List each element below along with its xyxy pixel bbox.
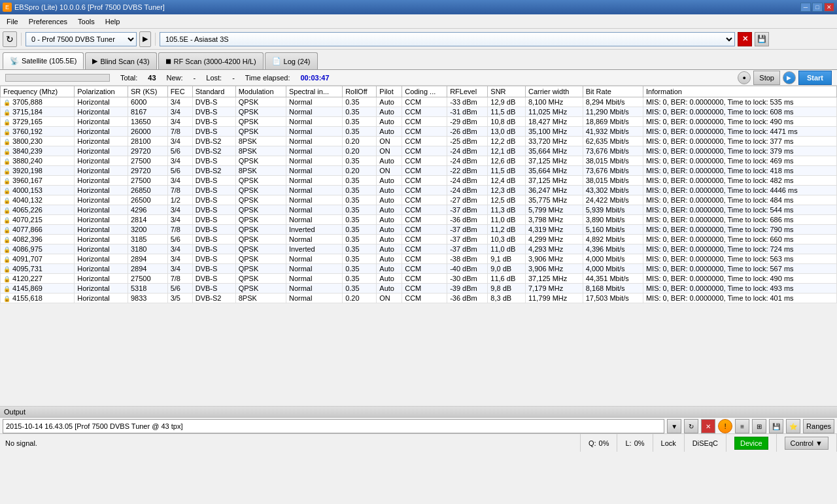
table-cell: Auto bbox=[377, 127, 402, 137]
table-cell: -39 dBm bbox=[447, 284, 488, 294]
stop-button[interactable]: Stop bbox=[753, 71, 780, 85]
table-row[interactable]: 🔒4065,226Horizontal42963/4DVB-SQPSKNorma… bbox=[1, 205, 837, 215]
table-row[interactable]: 🔒3715,184Horizontal81673/4DVB-SQPSKNorma… bbox=[1, 107, 837, 117]
ranges-button[interactable]: Ranges bbox=[803, 419, 834, 433]
output-save-button[interactable]: 💾 bbox=[769, 419, 783, 433]
column-header-standard[interactable]: Standard bbox=[192, 86, 235, 97]
table-cell: 9833 bbox=[128, 294, 167, 303]
column-header-rflevel[interactable]: RFLevel bbox=[447, 86, 488, 97]
output-refresh-button[interactable]: ↻ bbox=[684, 419, 698, 433]
table-cell: 12,1 dB bbox=[488, 146, 526, 156]
table-cell: DVB-S bbox=[192, 254, 235, 264]
output-star-button[interactable]: ⭐ bbox=[786, 419, 800, 433]
maximize-button[interactable]: □ bbox=[812, 3, 823, 12]
tab-rfscan[interactable]: ◼ RF Scan (3000-4200 H/L) bbox=[158, 52, 264, 69]
output-list-button[interactable]: ≡ bbox=[735, 419, 749, 433]
table-cell: -30 dBm bbox=[447, 274, 488, 284]
stop-circle-button[interactable]: ● bbox=[738, 71, 751, 84]
table-cell: 0.35 bbox=[343, 244, 377, 254]
table-cell: QPSK bbox=[235, 244, 286, 254]
table-cell: 0.35 bbox=[343, 284, 377, 294]
table-cell: 🔒4155,618 bbox=[1, 294, 75, 303]
table-row[interactable]: 🔒3920,198Horizontal297205/6DVB-S28PSKNor… bbox=[1, 166, 837, 176]
table-cell: 11,2 dB bbox=[488, 225, 526, 235]
device-segment[interactable]: Device bbox=[726, 434, 777, 452]
table-row[interactable]: 🔒4120,227Horizontal275007/8DVB-SQPSKNorm… bbox=[1, 274, 837, 284]
separator bbox=[21, 33, 22, 46]
column-header-spectralin[interactable]: Spectral in... bbox=[286, 86, 342, 97]
device-button[interactable]: Device bbox=[734, 437, 768, 450]
column-header-fec[interactable]: FEC bbox=[167, 86, 192, 97]
table-cell: 73,676 Mbit/s bbox=[583, 166, 643, 176]
output-dropdown-button[interactable]: ▼ bbox=[667, 419, 681, 433]
start-button[interactable]: Start bbox=[798, 71, 832, 85]
refresh-button[interactable]: ↻ bbox=[3, 31, 17, 47]
table-row[interactable]: 🔒4040,132Horizontal265001/2DVB-SQPSKNorm… bbox=[1, 195, 837, 205]
table-row[interactable]: 🔒3760,192Horizontal260007/8DVB-SQPSKNorm… bbox=[1, 127, 837, 137]
total-value: 43 bbox=[148, 74, 156, 82]
column-header-pilot[interactable]: Pilot bbox=[377, 86, 402, 97]
control-segment[interactable]: Control ▼ bbox=[777, 434, 837, 452]
table-cell: Horizontal bbox=[75, 107, 128, 117]
column-header-rolloff[interactable]: RollOff bbox=[343, 86, 377, 97]
menu-help[interactable]: Help bbox=[100, 16, 126, 27]
table-row[interactable]: 🔒4070,215Horizontal28143/4DVB-SQPSKNorma… bbox=[1, 215, 837, 225]
minimize-button[interactable]: ─ bbox=[800, 3, 811, 12]
table-row[interactable]: 🔒4077,866Horizontal32007/8DVB-SQPSKInver… bbox=[1, 225, 837, 235]
menu-tools[interactable]: Tools bbox=[73, 16, 100, 27]
column-header-snr[interactable]: SNR bbox=[488, 86, 526, 97]
column-header-carrierwidth[interactable]: Carrier width bbox=[525, 86, 583, 97]
table-cell: MIS: 0, BER: 0.0000000, Time to lock: 49… bbox=[643, 117, 836, 127]
window-controls[interactable]: ─ □ ✕ bbox=[800, 3, 834, 12]
column-header-srks[interactable]: SR (KS) bbox=[128, 86, 167, 97]
table-cell: QPSK bbox=[235, 117, 286, 127]
table-cell: MIS: 0, BER: 0.0000000, Time to lock: 49… bbox=[643, 274, 836, 284]
output-info-button[interactable]: ! bbox=[718, 419, 732, 433]
column-header-coding[interactable]: Coding ... bbox=[402, 86, 447, 97]
tab-satellite[interactable]: 📡 Satellite (105.5E) bbox=[3, 52, 84, 69]
menu-file[interactable]: File bbox=[1, 16, 24, 27]
tab-log[interactable]: 📄 Log (24) bbox=[265, 52, 318, 69]
output-clear-button[interactable]: ✕ bbox=[701, 419, 715, 433]
table-row[interactable]: 🔒4082,396Horizontal31855/6DVB-SQPSKNorma… bbox=[1, 235, 837, 244]
table-cell: DVB-S bbox=[192, 156, 235, 166]
table-cell: QPSK bbox=[235, 195, 286, 205]
column-header-modulation[interactable]: Modulation bbox=[235, 86, 286, 97]
table-row[interactable]: 🔒4095,731Horizontal28943/4DVB-SQPSKNorma… bbox=[1, 264, 837, 274]
control-button[interactable]: Control ▼ bbox=[785, 437, 828, 450]
close-button[interactable]: ✕ bbox=[824, 3, 834, 12]
table-cell: 5/6 bbox=[167, 284, 192, 294]
menu-preferences[interactable]: Preferences bbox=[24, 16, 73, 27]
table-cell: 12,9 dB bbox=[488, 97, 526, 107]
tune-button[interactable]: ▶ bbox=[139, 31, 151, 47]
table-row[interactable]: 🔒4155,618Horizontal98333/5DVB-S28PSKNorm… bbox=[1, 294, 837, 303]
start-circle-button[interactable]: ▶ bbox=[783, 71, 796, 84]
table-cell: 3,890 Mbit/s bbox=[583, 215, 643, 225]
table-cell: 11,5 dB bbox=[488, 166, 526, 176]
table-scroll[interactable]: Frequency (Mhz)PolarizationSR (KS)FECSta… bbox=[0, 86, 837, 393]
table-row[interactable]: 🔒3705,888Horizontal60003/4DVB-SQPSKNorma… bbox=[1, 97, 837, 107]
table-row[interactable]: 🔒4000,153Horizontal268507/8DVB-SQPSKNorm… bbox=[1, 186, 837, 195]
column-header-bitrate[interactable]: Bit Rate bbox=[583, 86, 643, 97]
table-cell: Horizontal bbox=[75, 195, 128, 205]
table-row[interactable]: 🔒3800,230Horizontal281003/4DVB-S28PSKNor… bbox=[1, 137, 837, 146]
device-select[interactable]: 0 - Prof 7500 DVBS Tuner bbox=[26, 32, 137, 46]
table-row[interactable]: 🔒3960,167Horizontal275003/4DVB-SQPSKNorm… bbox=[1, 176, 837, 186]
column-header-information[interactable]: Information bbox=[643, 86, 836, 97]
column-header-polarization[interactable]: Polarization bbox=[75, 86, 128, 97]
table-row[interactable]: 🔒4086,975Horizontal31803/4DVB-SQPSKInver… bbox=[1, 244, 837, 254]
table-row[interactable]: 🔒3729,165Horizontal136503/4DVB-SQPSKNorm… bbox=[1, 117, 837, 127]
clear-button[interactable]: ✕ bbox=[738, 32, 752, 46]
satellite-select[interactable]: 105.5E - Asiasat 3S bbox=[160, 32, 735, 46]
table-row[interactable]: 🔒3840,239Horizontal297205/6DVB-S28PSKNor… bbox=[1, 146, 837, 156]
app-icon: E bbox=[3, 3, 12, 12]
tab-blindscan[interactable]: ▶ Blind Scan (43) bbox=[85, 52, 156, 69]
save-button[interactable]: 💾 bbox=[755, 32, 769, 46]
table-cell: DVB-S bbox=[192, 264, 235, 274]
table-row[interactable]: 🔒3880,240Horizontal275003/4DVB-SQPSKNorm… bbox=[1, 156, 837, 166]
table-cell: 🔒3920,198 bbox=[1, 166, 75, 176]
column-header-frequencymhz[interactable]: Frequency (Mhz) bbox=[1, 86, 75, 97]
table-row[interactable]: 🔒4091,707Horizontal28943/4DVB-SQPSKNorma… bbox=[1, 254, 837, 264]
table-row[interactable]: 🔒4145,869Horizontal53185/6DVB-SQPSKNorma… bbox=[1, 284, 837, 294]
output-grid-button[interactable]: ⊞ bbox=[752, 419, 766, 433]
